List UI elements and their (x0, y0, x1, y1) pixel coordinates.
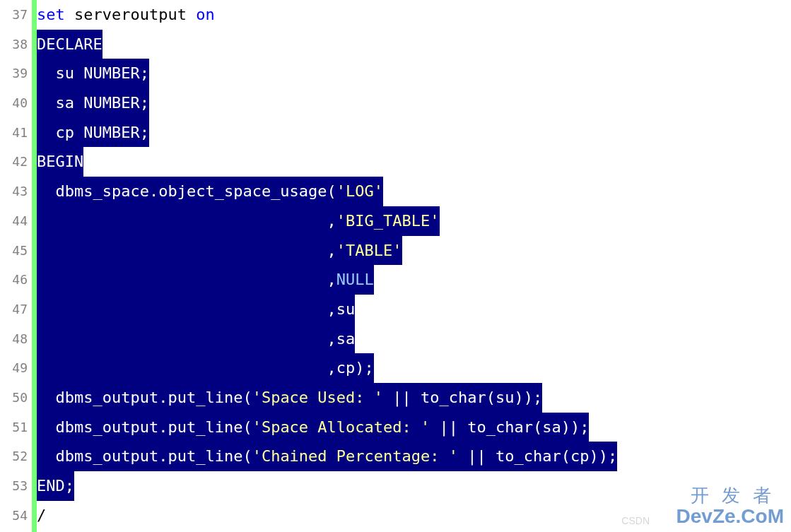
line-number-gutter: 37 38 39 40 41 42 43 44 45 46 47 48 49 5… (0, 0, 37, 532)
line-number: 52 (0, 442, 32, 471)
code-line[interactable]: set serveroutput on (37, 0, 791, 30)
keyword-declare: DECLARE (37, 30, 102, 59)
line-number: 46 (0, 265, 32, 295)
line-number: 38 (0, 30, 32, 59)
line-number: 40 (0, 88, 32, 118)
string-literal: 'Space Allocated: ' (252, 413, 430, 442)
code-text: su NUMBER; (37, 59, 149, 88)
line-number: 41 (0, 118, 32, 148)
line-number: 45 (0, 236, 32, 266)
code-line[interactable]: su NUMBER; (37, 59, 791, 88)
line-number: 44 (0, 206, 32, 236)
code-line[interactable]: ,'BIG_TABLE' (37, 206, 791, 236)
keyword-end: END; (37, 471, 74, 501)
code-line[interactable]: ,su (37, 295, 791, 324)
string-literal: 'LOG' (336, 177, 383, 206)
code-text: , (37, 236, 336, 266)
code-line[interactable]: sa NUMBER; (37, 88, 791, 118)
code-text: ,sa (37, 324, 355, 354)
code-text: serveroutput (65, 0, 196, 30)
line-number: 51 (0, 413, 32, 442)
keyword-set: set (37, 0, 65, 30)
code-text: || to_char(cp)); (458, 442, 617, 471)
code-line[interactable]: END; (37, 471, 791, 501)
code-text: cp NUMBER; (37, 118, 149, 148)
code-text: , (37, 206, 336, 236)
code-line[interactable]: ,sa (37, 324, 791, 354)
code-text: dbms_space.object_space_usage( (37, 177, 336, 206)
code-line[interactable]: / (37, 501, 791, 531)
line-number: 47 (0, 295, 32, 324)
string-literal: 'TABLE' (336, 236, 402, 266)
code-line[interactable]: ,'TABLE' (37, 236, 791, 266)
code-line[interactable]: dbms_output.put_line('Chained Percentage… (37, 442, 791, 471)
line-number: 54 (0, 501, 32, 531)
code-line[interactable]: dbms_output.put_line('Space Used: ' || t… (37, 383, 791, 413)
code-line[interactable]: cp NUMBER; (37, 118, 791, 148)
keyword-on: on (196, 0, 215, 30)
code-line[interactable]: dbms_space.object_space_usage('LOG' (37, 177, 791, 206)
code-text: || to_char(sa)); (430, 413, 589, 442)
line-number: 39 (0, 59, 32, 88)
line-number: 53 (0, 471, 32, 501)
string-literal: 'BIG_TABLE' (336, 206, 440, 236)
line-number: 49 (0, 353, 32, 383)
code-text: dbms_output.put_line( (37, 383, 252, 413)
code-text: ,cp); (37, 353, 374, 383)
line-number: 42 (0, 147, 32, 177)
keyword-null: NULL (336, 265, 374, 295)
code-text: , (37, 265, 336, 295)
line-number: 37 (0, 0, 32, 30)
code-text: sa NUMBER; (37, 88, 149, 118)
code-editor[interactable]: set serveroutput on DECLARE su NUMBER; s… (37, 0, 791, 532)
line-number: 43 (0, 177, 32, 206)
code-line[interactable]: dbms_output.put_line('Space Allocated: '… (37, 413, 791, 442)
code-text: dbms_output.put_line( (37, 413, 252, 442)
line-number: 48 (0, 324, 32, 354)
code-line[interactable]: BEGIN (37, 147, 791, 177)
string-literal: 'Chained Percentage: ' (252, 442, 458, 471)
code-text: ,su (37, 295, 355, 324)
code-text: || to_char(su)); (383, 383, 542, 413)
string-literal: 'Space Used: ' (252, 383, 383, 413)
code-line[interactable]: ,cp); (37, 353, 791, 383)
code-line[interactable]: DECLARE (37, 30, 791, 59)
code-text: dbms_output.put_line( (37, 442, 252, 471)
code-text: / (37, 501, 46, 531)
line-number: 50 (0, 383, 32, 413)
keyword-begin: BEGIN (37, 147, 83, 177)
code-line[interactable]: ,NULL (37, 265, 791, 295)
